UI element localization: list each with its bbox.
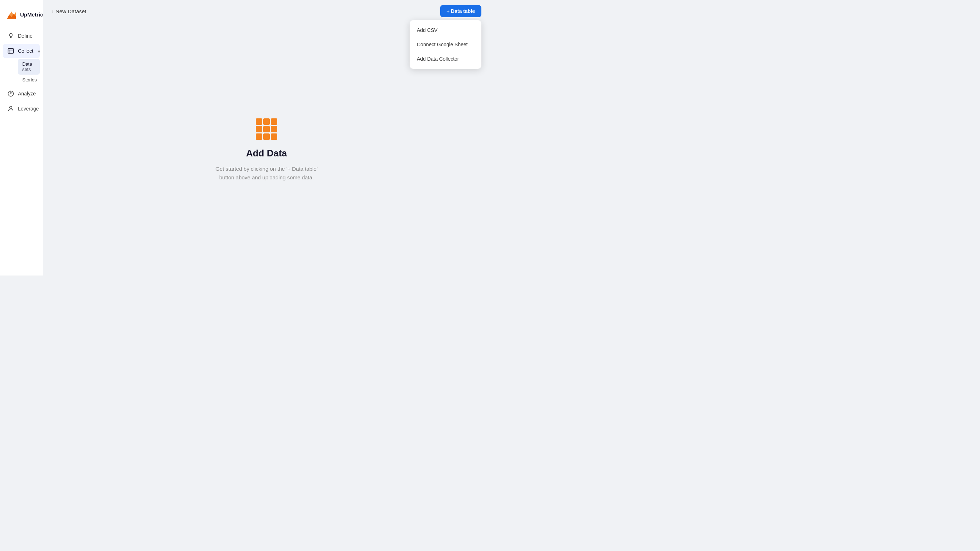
data-table-button[interactable]: + Data table — [440, 5, 481, 17]
sidebar-item-collect[interactable]: Collect ▲ — [3, 44, 40, 58]
dropdown-menu: Add CSV Connect Google Sheet Add Data Co… — [410, 20, 481, 69]
chevron-up-icon: ▲ — [37, 48, 41, 53]
sidebar-item-analyze-label: Analyze — [18, 91, 36, 97]
collect-icon — [7, 47, 14, 54]
upmetrics-logo-icon — [6, 9, 17, 20]
sidebar-item-leverage[interactable]: Leverage — [3, 102, 40, 116]
logo-area[interactable]: UpMetrics — [0, 6, 43, 29]
svg-rect-16 — [263, 126, 270, 132]
dropdown-item-add-data-collector[interactable]: Add Data Collector — [410, 52, 481, 66]
svg-rect-14 — [271, 118, 277, 125]
svg-rect-20 — [271, 134, 277, 140]
svg-rect-4 — [8, 48, 14, 53]
sidebar-item-define[interactable]: Define — [3, 29, 40, 43]
dropdown-item-add-csv[interactable]: Add CSV — [410, 23, 481, 37]
svg-rect-13 — [263, 118, 270, 125]
grid-icon — [254, 116, 280, 142]
empty-state-title: Add Data — [246, 148, 287, 159]
collect-subitems: Data sets Stories — [3, 59, 40, 85]
svg-rect-19 — [263, 134, 270, 140]
sidebar-subitem-datasets[interactable]: Data sets — [18, 59, 40, 75]
leverage-icon — [7, 105, 14, 112]
data-table-button-label: + Data table — [447, 8, 475, 14]
sidebar-item-leverage-label: Leverage — [18, 106, 39, 111]
svg-rect-18 — [256, 134, 262, 140]
svg-rect-15 — [256, 126, 262, 132]
sidebar-item-analyze[interactable]: Analyze — [3, 86, 40, 101]
page-header: ‹ New Dataset + Data table — [43, 0, 490, 22]
breadcrumb-title: New Dataset — [56, 8, 86, 14]
analyze-icon — [7, 90, 14, 97]
empty-state-subtitle: Get started by clicking on the '+ Data t… — [216, 165, 318, 182]
sidebar-item-collect-label: Collect — [18, 48, 33, 54]
nav-menu: Define Collect ▲ Data sets Stories — [0, 29, 43, 276]
svg-rect-12 — [256, 118, 262, 125]
sidebar-subitem-stories[interactable]: Stories — [18, 75, 40, 85]
back-arrow-icon: ‹ — [52, 8, 53, 14]
dropdown-item-connect-google-sheet[interactable]: Connect Google Sheet — [410, 37, 481, 52]
breadcrumb[interactable]: ‹ New Dataset — [52, 8, 86, 14]
svg-rect-17 — [271, 126, 277, 132]
svg-point-2 — [10, 33, 12, 36]
svg-point-10 — [10, 106, 12, 109]
sidebar-item-define-label: Define — [18, 33, 32, 39]
app-name: UpMetrics — [20, 11, 46, 18]
main-content: ‹ New Dataset + Data table Add CSV Conne… — [43, 0, 490, 276]
sidebar: UpMetrics Define Collect ▲ Data set — [0, 0, 43, 276]
bulb-icon — [7, 32, 14, 40]
empty-state-container: Add Data Get started by clicking on the … — [216, 116, 318, 182]
